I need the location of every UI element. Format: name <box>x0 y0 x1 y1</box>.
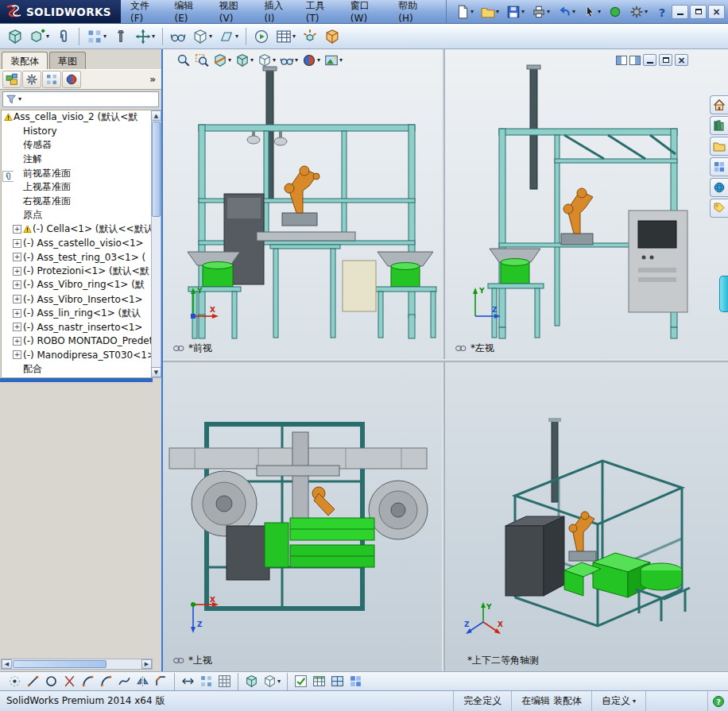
feature-tree-item[interactable]: +(-) Protezioni<1> (默认<默 <box>2 265 152 279</box>
panel-tab-2[interactable]: 草图 <box>49 52 86 69</box>
expand-icon[interactable]: + <box>13 239 21 248</box>
grid-system-button[interactable] <box>347 673 364 690</box>
viewport-divider-horizontal[interactable] <box>163 359 728 362</box>
menu-item-1[interactable]: 文件(F) <box>124 0 168 26</box>
file-explorer-tab[interactable] <box>710 137 728 156</box>
scroll-down-button[interactable]: ▼ <box>151 367 161 377</box>
viewport-top[interactable]: X Z *上视 <box>163 362 442 671</box>
trim-entities-button[interactable] <box>61 673 78 690</box>
feature-tree-item[interactable]: +上视基准面 <box>2 180 152 195</box>
zoom-to-area-button[interactable] <box>194 52 210 68</box>
point-button[interactable] <box>6 673 23 690</box>
menu-item-5[interactable]: 工具(T) <box>300 0 344 26</box>
exploded-view-button[interactable] <box>300 26 320 47</box>
expand-icon[interactable]: + <box>13 350 21 359</box>
hide-show-items-button[interactable]: ▾ <box>279 52 299 68</box>
document-restore-button[interactable] <box>659 54 672 66</box>
propertymanager-tab[interactable] <box>22 71 41 88</box>
record-macro-button[interactable] <box>606 2 625 21</box>
edit-component-button[interactable] <box>5 26 25 47</box>
design-library-tab[interactable] <box>710 116 728 135</box>
vertical-scrollbar-thumb[interactable] <box>152 122 161 217</box>
feature-tree-item[interactable]: +(-) Ass_Vibro_ring<1> (默 <box>2 278 152 292</box>
dropdown-arrow-icon[interactable]: ▾ <box>292 33 296 40</box>
task-pane-handle[interactable] <box>719 276 728 312</box>
standard-views-button[interactable] <box>243 673 260 690</box>
design-checker-button[interactable] <box>292 673 309 690</box>
feature-tree-item[interactable]: +(-) Manodipresa_ST030<1> <box>2 348 152 362</box>
panel-tab-1[interactable]: 装配体 <box>2 52 48 69</box>
move-component-button[interactable]: ▾ <box>133 26 157 47</box>
expand-icon[interactable]: + <box>13 253 21 261</box>
dropdown-arrow-icon[interactable]: ▾ <box>633 698 636 705</box>
dropdown-arrow-icon[interactable]: ▾ <box>235 33 238 40</box>
feature-tree-item[interactable]: +(-) ROBO MONTADO_Predeterm <box>2 334 152 349</box>
close-button[interactable]: × <box>708 5 725 19</box>
make-block-button[interactable] <box>216 673 233 690</box>
edit-appearance-button[interactable]: ▾ <box>301 52 321 68</box>
show-hidden-components-button[interactable] <box>168 26 188 47</box>
feature-tree-item[interactable]: +配合 <box>2 362 152 377</box>
feature-tree-item[interactable]: +原点 <box>2 208 152 222</box>
dropdown-arrow-icon[interactable]: ▾ <box>250 57 254 64</box>
feature-tree-item[interactable]: +A注解 <box>2 153 152 167</box>
dropdown-arrow-icon[interactable]: ▾ <box>572 9 575 15</box>
mirror-entities-button[interactable] <box>134 673 151 690</box>
menu-item-2[interactable]: 编辑(E) <box>168 0 213 26</box>
feature-tree-item[interactable]: +(-) Ass_castello_visio<1> <box>2 236 152 250</box>
new-motion-study-button[interactable] <box>251 26 272 47</box>
tree-horizontal-scrollbar[interactable]: ◀ ▶ <box>1 659 153 670</box>
featuremanager-design-tree-tab[interactable] <box>2 71 21 88</box>
linear-sketch-pattern-button[interactable] <box>198 673 215 690</box>
feature-tree-item[interactable]: +传感器 <box>2 138 152 153</box>
dropdown-arrow-icon[interactable]: ▾ <box>547 9 550 15</box>
apply-scene-button[interactable]: ▾ <box>323 52 343 68</box>
menu-item-4[interactable]: 插入(I) <box>258 0 300 26</box>
feature-tree-item[interactable]: +前视基准面 <box>2 166 152 180</box>
help-button[interactable]: ? <box>652 2 672 21</box>
line-button[interactable] <box>25 673 41 690</box>
dropdown-arrow-icon[interactable]: ▾ <box>339 57 343 64</box>
feature-tree-item[interactable]: +(-) Ass_test_ring_03<1> ( <box>2 250 152 265</box>
viewport-front[interactable]: Y X *前视 <box>163 49 442 359</box>
dropdown-arrow-icon[interactable]: ▾ <box>46 33 49 40</box>
undo-button[interactable]: ▾ <box>555 2 578 21</box>
tile-pane-right-icon[interactable] <box>629 56 641 65</box>
horizontal-scrollbar-thumb[interactable] <box>13 660 106 668</box>
solidworks-resources-tab[interactable] <box>710 95 728 114</box>
dropdown-arrow-icon[interactable]: ▾ <box>209 33 212 40</box>
restore-button[interactable] <box>690 5 707 19</box>
custom-menu[interactable]: 自定义 ▾ <box>591 691 645 711</box>
dropdown-arrow-icon[interactable]: ▾ <box>645 9 648 15</box>
save-button[interactable]: ▾ <box>504 2 527 21</box>
configurationmanager-tab[interactable] <box>42 71 61 88</box>
feature-tree-item[interactable]: +(-) Ass_lin_ring<1> (默认 <box>2 306 152 320</box>
zoom-to-fit-button[interactable] <box>176 52 192 68</box>
assembly-features-button[interactable]: ▾ <box>190 26 215 47</box>
custom-properties-tab[interactable] <box>710 199 728 218</box>
stretch-entities-button[interactable] <box>180 673 196 690</box>
feature-tree-item[interactable]: +(-) Cella<1> (默认<<默认 <box>2 222 152 237</box>
spline-button[interactable] <box>116 673 133 690</box>
minimize-button[interactable] <box>672 5 688 19</box>
options-button[interactable]: ▾ <box>627 2 650 21</box>
expand-icon[interactable]: + <box>13 323 21 331</box>
displaymanager-tab[interactable] <box>62 71 81 88</box>
menu-item-3[interactable]: 视图(V) <box>213 0 258 26</box>
filter-dropdown-arrow-icon[interactable]: ▾ <box>18 96 21 102</box>
dropdown-arrow-icon[interactable]: ▾ <box>470 9 474 15</box>
graphics-area[interactable]: Y X *前视 <box>163 49 728 671</box>
viewport-left[interactable]: Y Z *左视 <box>445 49 728 359</box>
select-button[interactable]: ▾ <box>580 2 603 21</box>
circle-button[interactable] <box>43 673 60 690</box>
instant3d-button[interactable] <box>322 26 343 47</box>
viewport-isometric[interactable]: Y X Z *上下二等角轴测 <box>445 362 728 671</box>
dropdown-arrow-icon[interactable]: ▾ <box>103 33 106 40</box>
dropdown-arrow-icon[interactable]: ▾ <box>277 678 281 685</box>
feature-tree-item[interactable]: +(-) Ass_nastr_inserto<1> <box>2 320 152 334</box>
expand-icon[interactable]: + <box>13 295 21 303</box>
dropdown-arrow-icon[interactable]: ▾ <box>273 57 276 64</box>
bill-of-materials-button[interactable]: ▾ <box>273 26 298 47</box>
view-palette-tab[interactable] <box>710 157 728 176</box>
appearances-scenes-tab[interactable] <box>710 178 728 197</box>
